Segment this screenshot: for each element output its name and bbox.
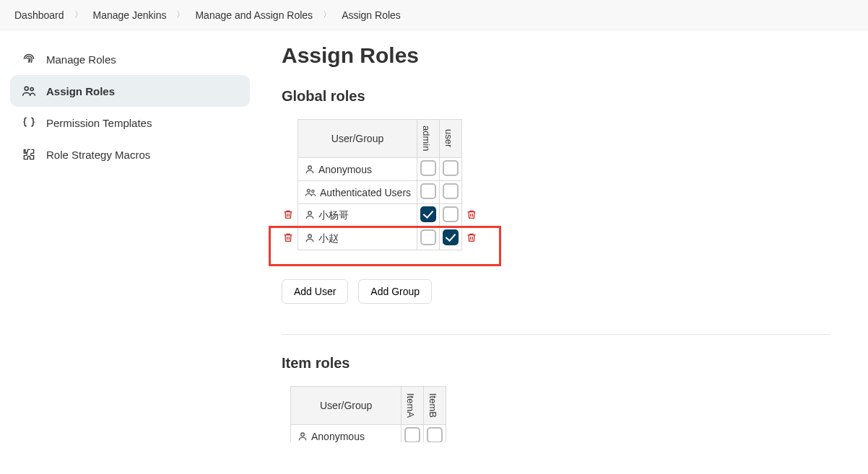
person-icon	[304, 209, 316, 221]
person-icon	[297, 431, 308, 442]
checkbox-admin[interactable]	[420, 183, 436, 199]
trash-icon[interactable]	[282, 232, 294, 243]
user-group-header: User/Group	[291, 387, 402, 425]
svg-point-7	[301, 433, 305, 436]
section-divider	[282, 334, 830, 335]
sidebar-item-label: Role Strategy Macros	[46, 149, 150, 161]
table-row: Anonymous	[291, 425, 446, 443]
checkbox-admin[interactable]	[420, 206, 436, 222]
svg-point-2	[308, 166, 312, 170]
puzzle-icon	[22, 147, 36, 162]
main-content: Assign Roles Global roles User/Group adm…	[260, 30, 852, 471]
svg-point-1	[30, 87, 33, 90]
global-roles-heading: Global roles	[282, 88, 830, 105]
svg-point-4	[312, 190, 314, 192]
sidebar-item-label: Permission Templates	[46, 117, 152, 129]
sidebar-item-label: Manage Roles	[46, 53, 116, 66]
breadcrumb-manage-jenkins[interactable]: Manage Jenkins	[93, 9, 167, 21]
item-roles-heading: Item roles	[282, 355, 830, 372]
svg-point-0	[25, 87, 28, 90]
trash-icon[interactable]	[466, 232, 477, 243]
table-row: 小杨哥	[298, 204, 462, 227]
row-label: Anonymous	[318, 164, 372, 175]
chevron-right-icon: 〉	[176, 9, 185, 21]
svg-point-5	[308, 211, 312, 215]
row-label: Authenticated Users	[320, 187, 411, 198]
sidebar-item-label: Assign Roles	[46, 85, 115, 97]
trash-icon[interactable]	[466, 209, 477, 220]
item-roles-table: User/Group ItemA ItemB Anonymous	[290, 386, 446, 442]
sidebar-item-manage-roles[interactable]: Manage Roles	[10, 43, 250, 75]
svg-point-6	[308, 234, 312, 238]
user-group-header: User/Group	[298, 120, 417, 158]
row-label: 小赵	[318, 232, 339, 244]
checkbox-user[interactable]	[443, 183, 459, 199]
sidebar-item-permission-templates[interactable]: Permission Templates	[10, 107, 250, 139]
item-roles-table-wrap: User/Group ItemA ItemB Anonymous	[290, 386, 830, 442]
chevron-right-icon: 〉	[323, 9, 331, 21]
row-label: Anonymous	[311, 431, 365, 442]
person-icon	[304, 164, 316, 175]
role-column-itema: ItemA	[402, 387, 424, 425]
breadcrumb-assign-roles[interactable]: Assign Roles	[342, 9, 401, 21]
braces-icon	[22, 115, 36, 130]
checkbox-itema[interactable]	[404, 427, 420, 442]
checkbox-itemb[interactable]	[427, 427, 443, 442]
role-column-admin: admin	[417, 120, 440, 158]
add-group-button[interactable]: Add Group	[358, 279, 432, 304]
global-roles-table-wrap: User/Group admin user Anonymous	[298, 119, 830, 250]
breadcrumb: Dashboard 〉 Manage Jenkins 〉 Manage and …	[0, 0, 868, 30]
trash-icon[interactable]	[282, 209, 294, 220]
table-row: Authenticated Users	[298, 181, 462, 204]
role-column-user: user	[440, 120, 462, 158]
sidebar-item-role-strategy-macros[interactable]: Role Strategy Macros	[10, 139, 250, 170]
global-roles-table: User/Group admin user Anonymous	[298, 119, 462, 250]
person-icon	[304, 232, 316, 244]
checkbox-admin[interactable]	[420, 229, 436, 245]
checkbox-user[interactable]	[443, 206, 459, 222]
checkbox-user[interactable]	[443, 160, 459, 176]
breadcrumb-manage-assign-roles[interactable]: Manage and Assign Roles	[195, 9, 313, 21]
role-column-itemb: ItemB	[424, 387, 446, 425]
add-user-button[interactable]: Add User	[282, 279, 348, 304]
page-title: Assign Roles	[282, 43, 830, 68]
checkbox-user[interactable]	[443, 229, 459, 245]
group-icon	[304, 187, 317, 198]
table-row: 小赵	[298, 227, 462, 250]
fingerprint-icon	[22, 52, 36, 66]
chevron-right-icon: 〉	[74, 9, 83, 21]
sidebar: Manage Roles Assign Roles Permission Tem…	[0, 30, 260, 471]
svg-point-3	[307, 189, 310, 192]
people-icon	[22, 84, 36, 98]
breadcrumb-dashboard[interactable]: Dashboard	[14, 9, 64, 21]
sidebar-item-assign-roles[interactable]: Assign Roles	[10, 75, 250, 107]
global-buttons: Add User Add Group	[282, 279, 830, 304]
table-row: Anonymous	[298, 158, 462, 181]
row-label: 小杨哥	[318, 209, 349, 221]
checkbox-admin[interactable]	[420, 160, 436, 176]
